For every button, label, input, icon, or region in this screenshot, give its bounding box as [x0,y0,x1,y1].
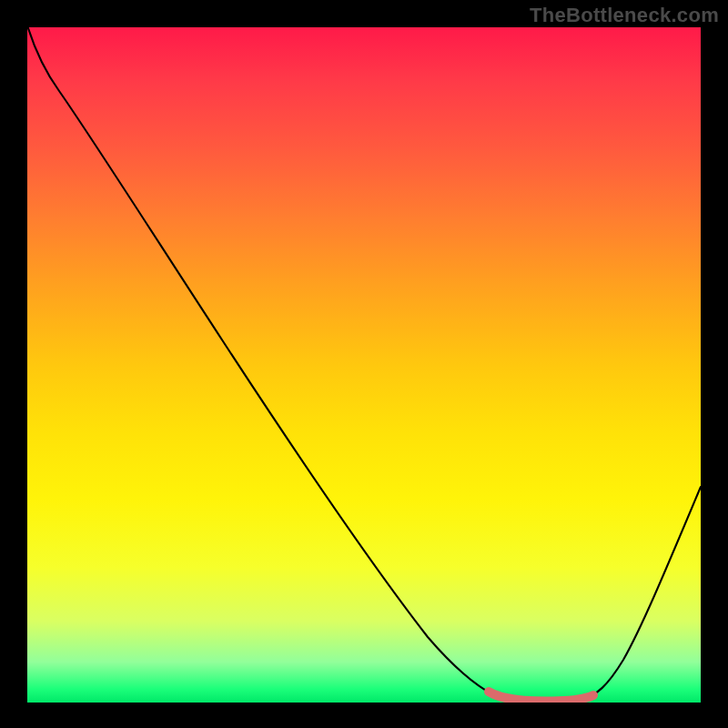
bottleneck-curve [27,27,701,702]
chart-frame: TheBottleneck.com [0,0,728,728]
plot-area [27,27,701,703]
watermark-label: TheBottleneck.com [530,4,719,27]
bottleneck-curve-svg [27,27,701,703]
optimal-range-band [489,692,593,702]
